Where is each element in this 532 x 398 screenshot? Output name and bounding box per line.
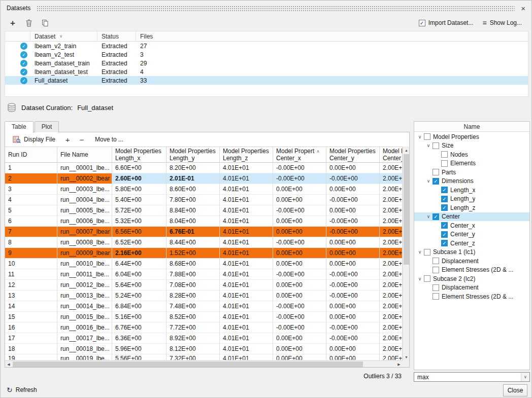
tree-checkbox[interactable] bbox=[424, 249, 430, 256]
table-row[interactable]: 6run__00006_lbe...5.32E+008.04E+004.01E+… bbox=[5, 216, 403, 227]
tree-checkbox[interactable]: ✓ bbox=[441, 231, 448, 238]
tree-item[interactable]: ∨Displacement bbox=[414, 257, 529, 266]
grid-column-header[interactable]: Model PropertiesLength_x bbox=[112, 147, 167, 162]
tree-checkbox[interactable] bbox=[433, 169, 439, 175]
table-row[interactable]: 8run__00008_lbe...6.52E+008.44E+004.01E+… bbox=[5, 237, 403, 248]
tree-checkbox[interactable]: ✓ bbox=[441, 222, 448, 229]
expand-arrow-icon[interactable]: ∨ bbox=[425, 214, 432, 219]
column-header-files[interactable]: Files bbox=[136, 31, 528, 41]
move-to-button[interactable]: Move to ... bbox=[90, 134, 128, 144]
grid-column-header[interactable]: Model PropertiesLength_y bbox=[167, 147, 220, 162]
scroll-up-icon[interactable]: ▲ bbox=[403, 147, 410, 154]
column-header-status[interactable]: Status bbox=[97, 31, 136, 41]
tree-checkbox[interactable] bbox=[433, 258, 439, 264]
vertical-scroll-thumb[interactable] bbox=[404, 154, 409, 265]
table-row[interactable]: 16run__00016_lbe...6.76E+007.72E+004.01E… bbox=[5, 322, 403, 333]
tree-checkbox[interactable] bbox=[424, 275, 430, 282]
expand-arrow-icon[interactable]: ∨ bbox=[425, 178, 432, 184]
show-log-button[interactable]: ≡ Show Log... bbox=[478, 18, 526, 28]
table-row[interactable]: 3run__00003_lbe...5.80E+008.60E+004.01E+… bbox=[5, 184, 403, 195]
grid-column-header[interactable]: Model PropertiesCenter_y bbox=[326, 147, 380, 162]
tree-checkbox[interactable]: ✓ bbox=[433, 213, 439, 220]
grid-column-header[interactable]: File Name bbox=[57, 147, 112, 162]
table-row[interactable]: 19run__00019_lbe...5.56E+007.32E+004.01E… bbox=[5, 354, 403, 360]
scroll-right-icon[interactable]: ▶ bbox=[395, 361, 403, 368]
tree-item[interactable]: ∨Size bbox=[414, 141, 529, 151]
close-button[interactable]: Close bbox=[503, 384, 527, 396]
table-row[interactable]: 10run__00010_lbe...6.44E+008.68E+004.01E… bbox=[5, 259, 403, 269]
tree-checkbox[interactable]: ✓ bbox=[441, 196, 448, 202]
dataset-row[interactable]: ✓lbeam_dataset_testExtracted4 bbox=[5, 67, 528, 76]
tab-table[interactable]: Table bbox=[5, 121, 34, 133]
tree-item[interactable]: ∨Displacement bbox=[414, 283, 529, 293]
tree-item[interactable]: ∨✓Length_z bbox=[414, 203, 529, 212]
table-row[interactable]: 1run__00001_lbe...6.60E+008.20E+004.01E+… bbox=[5, 163, 403, 173]
remove-row-button[interactable]: − bbox=[76, 134, 88, 145]
tree-checkbox[interactable] bbox=[433, 284, 439, 291]
table-row[interactable]: 4run__00004_lbe...5.40E+007.80E+004.01E+… bbox=[5, 195, 403, 205]
table-row[interactable]: 13run__00013_lbe...5.24E+008.28E+004.01E… bbox=[5, 291, 403, 301]
display-file-button[interactable]: Display File bbox=[9, 134, 59, 145]
delete-dataset-button[interactable] bbox=[22, 17, 36, 29]
scroll-left-icon[interactable]: ◀ bbox=[5, 361, 12, 368]
tree-checkbox[interactable]: ✓ bbox=[441, 240, 448, 246]
grid-column-header[interactable]: Model PropertiesLength_z bbox=[220, 147, 273, 162]
chevron-down-icon[interactable]: ∨ bbox=[521, 373, 529, 381]
grid-column-header[interactable]: Model Propert∧Center_x bbox=[273, 147, 326, 162]
table-row[interactable]: 17run__00017_lbe...6.36E+008.92E+004.01E… bbox=[5, 333, 403, 344]
table-row[interactable]: 12run__00012_lbe...5.64E+007.08E+004.01E… bbox=[5, 280, 403, 291]
tree-checkbox[interactable] bbox=[433, 267, 439, 273]
tree-item[interactable]: ∨Subcase 2 (lc2) bbox=[414, 274, 529, 283]
table-row[interactable]: 2run__00002_lbear2.60E+002.01E-014.01E+0… bbox=[5, 173, 403, 184]
expand-arrow-icon[interactable]: ∨ bbox=[416, 276, 423, 281]
tree-item[interactable]: ∨Parts bbox=[414, 168, 529, 177]
tree-item[interactable]: ∨Elements bbox=[414, 159, 529, 168]
table-row[interactable]: 11run__00011_lbe...6.04E+007.88E+004.01E… bbox=[5, 269, 403, 280]
table-row[interactable]: 18run__00018_lbe...5.96E+008.12E+004.01E… bbox=[5, 344, 403, 354]
table-row[interactable]: 5run__00005_lbe...5.72E+008.84E+004.01E+… bbox=[5, 205, 403, 216]
copy-dataset-button[interactable] bbox=[38, 17, 52, 29]
close-icon[interactable]: × bbox=[521, 5, 525, 12]
table-row[interactable]: 7run__00007_lbear6.56E+006.76E-014.01E+0… bbox=[5, 227, 403, 237]
tree-item[interactable]: ∨✓Center bbox=[414, 212, 529, 222]
dataset-row[interactable]: ✓Full_datasetExtracted33 bbox=[5, 76, 528, 85]
tree-checkbox[interactable] bbox=[441, 151, 448, 158]
dock-drag-handle[interactable] bbox=[37, 6, 515, 11]
aggregate-dropdown[interactable]: max ∨ bbox=[414, 372, 530, 382]
tree-item[interactable]: ∨✓Center_z bbox=[414, 239, 529, 248]
tree-item[interactable]: ∨✓Center_y bbox=[414, 230, 529, 239]
expand-arrow-icon[interactable]: ∨ bbox=[425, 143, 432, 148]
tree-item[interactable]: ∨✓Length_y bbox=[414, 195, 529, 204]
column-header-dataset[interactable]: Dataset ∨ bbox=[30, 31, 97, 41]
tree-item[interactable]: ∨Element Stresses (2D & ... bbox=[414, 292, 529, 301]
tree-item[interactable]: ∨Nodes bbox=[414, 150, 529, 159]
refresh-button[interactable]: ↻ Refresh bbox=[7, 386, 37, 393]
tree-checkbox[interactable]: ✓ bbox=[441, 204, 448, 211]
scroll-down-icon[interactable]: ▼ bbox=[403, 353, 410, 360]
table-row[interactable]: 14run__00014_lbe...6.84E+007.48E+004.01E… bbox=[5, 301, 403, 312]
tree-checkbox[interactable] bbox=[424, 133, 430, 140]
grid-column-header[interactable]: Run ID bbox=[5, 147, 57, 162]
expand-arrow-icon[interactable]: ∨ bbox=[416, 249, 423, 255]
horizontal-scroll-thumb[interactable] bbox=[13, 361, 363, 367]
horizontal-scrollbar[interactable]: ◀ ▶ bbox=[5, 360, 403, 367]
expand-arrow-icon[interactable]: ∨ bbox=[416, 134, 423, 139]
tree-checkbox[interactable] bbox=[433, 142, 439, 149]
tree-checkbox[interactable] bbox=[441, 160, 448, 167]
tree-item[interactable]: ∨✓Center_x bbox=[414, 221, 529, 230]
tree-item[interactable]: ∨✓Length_x bbox=[414, 186, 529, 195]
tree-item[interactable]: ∨✓Dimensions bbox=[414, 177, 529, 186]
tree-checkbox[interactable]: ✓ bbox=[433, 178, 439, 185]
tree-checkbox[interactable]: ✓ bbox=[441, 187, 448, 193]
tree-item[interactable]: ∨Element Stresses (2D & ... bbox=[414, 266, 529, 275]
tree-item[interactable]: ∨Model Properties bbox=[414, 132, 529, 141]
dataset-row[interactable]: ✓lbeam_v2_trainExtracted27 bbox=[5, 42, 528, 50]
table-row[interactable]: 9run__00009_lbear2.16E+001.52E+004.01E+0… bbox=[5, 248, 403, 259]
import-dataset-button[interactable]: ✓ Import Dataset... bbox=[414, 18, 478, 28]
add-row-button[interactable]: + bbox=[61, 134, 74, 145]
grid-column-header[interactable]: Model PCenter_ bbox=[380, 147, 403, 162]
add-dataset-button[interactable]: + bbox=[6, 17, 20, 29]
tree-checkbox[interactable] bbox=[433, 293, 439, 300]
dataset-row[interactable]: ✓lbeam_v2_testExtracted3 bbox=[5, 50, 528, 59]
tree-item[interactable]: ∨Subcase 1 (lc1) bbox=[414, 248, 529, 257]
